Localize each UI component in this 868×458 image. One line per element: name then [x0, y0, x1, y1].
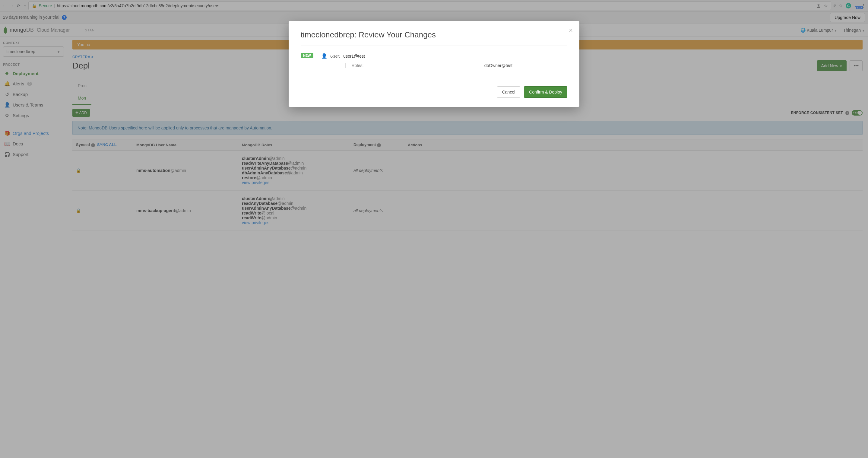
confirm-deploy-button[interactable]: Confirm & Deploy	[524, 86, 567, 98]
new-badge: NEW	[301, 53, 313, 58]
modal-title: timeclonedbrep: Review Your Changes	[301, 30, 567, 39]
cancel-button[interactable]: Cancel	[497, 86, 521, 98]
user-icon: 👤	[321, 53, 327, 59]
roles-value: dbOwner@test	[484, 63, 513, 68]
roles-label: Roles:	[352, 63, 484, 68]
user-label: User:	[330, 54, 340, 59]
close-icon[interactable]: ×	[569, 27, 573, 34]
review-changes-modal: × timeclonedbrep: Review Your Changes NE…	[289, 21, 579, 107]
modal-overlay: × timeclonedbrep: Review Your Changes NE…	[0, 0, 868, 458]
user-name: user1@test	[343, 54, 365, 59]
